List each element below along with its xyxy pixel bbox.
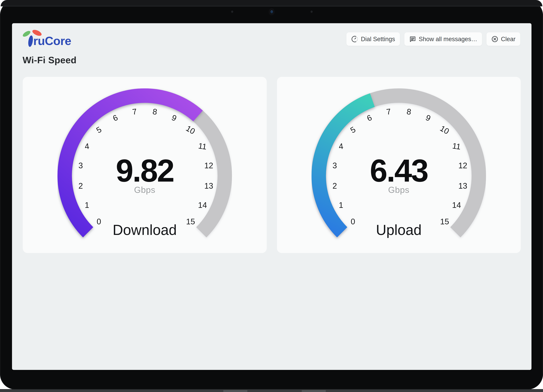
gauge-title-label: Upload bbox=[376, 222, 422, 238]
gauge-tick-label: 15 bbox=[186, 217, 195, 226]
message-icon bbox=[409, 35, 416, 43]
gauge-tick-label: 6 bbox=[111, 113, 119, 123]
upload-speed-gauge: 01234567891011121314156.43GbpsUpload bbox=[311, 88, 486, 246]
sensor-dot-left bbox=[231, 11, 233, 13]
gauge-value-text: 9.82 bbox=[116, 153, 174, 188]
clear-label: Clear bbox=[501, 36, 515, 43]
header-actions: Dial Settings Show all messages… Clear bbox=[346, 32, 520, 46]
gauge-tick-label: 2 bbox=[333, 182, 337, 190]
gauge-tick-label: 5 bbox=[95, 125, 103, 135]
gauge-tick-label: 7 bbox=[132, 107, 137, 116]
gauge-tick-label: 11 bbox=[452, 141, 461, 151]
gauge-tick-label: 11 bbox=[198, 141, 207, 151]
gauge-value-arc bbox=[319, 100, 372, 232]
gauge-tick-label: 8 bbox=[406, 107, 412, 116]
gauge-tick-label: 14 bbox=[198, 201, 207, 210]
show-all-messages-label: Show all messages… bbox=[419, 36, 477, 43]
upload-gauge-card: 01234567891011121314156.43GbpsUpload bbox=[277, 77, 521, 253]
gauge-tick-label: 4 bbox=[84, 142, 90, 151]
gauge-tick-label: 6 bbox=[365, 113, 373, 123]
show-all-messages-button[interactable]: Show all messages… bbox=[404, 32, 482, 46]
gauge-tick-label: 7 bbox=[386, 107, 391, 116]
gauge-unit-text: Gbps bbox=[388, 185, 409, 194]
front-camera bbox=[269, 8, 275, 15]
dial-settings-button[interactable]: Dial Settings bbox=[346, 32, 400, 46]
gauge-tick-label: 13 bbox=[458, 182, 467, 190]
gauge-tick-label: 12 bbox=[204, 161, 213, 170]
gauge-tick-label: 4 bbox=[338, 142, 344, 151]
gauge-unit-text: Gbps bbox=[134, 185, 155, 194]
device-top-edge bbox=[1, 0, 542, 6]
sensor-dot-right bbox=[311, 11, 313, 13]
camera-lens bbox=[271, 10, 273, 13]
trucore-logo: ruCore bbox=[21, 29, 78, 50]
close-circle-icon bbox=[491, 35, 498, 43]
page-title: Wi-Fi Speed bbox=[23, 55, 77, 65]
gauge-tick-label: 1 bbox=[85, 201, 89, 210]
tablet-device: ruCore Dial Settings bbox=[0, 0, 543, 389]
gauge-tick-label: 2 bbox=[79, 182, 83, 190]
gauge-tick-label: 3 bbox=[333, 161, 337, 170]
clear-button[interactable]: Clear bbox=[486, 32, 520, 46]
screenshot-stage: ruCore Dial Settings bbox=[0, 0, 543, 392]
dock-hinge-left bbox=[223, 390, 247, 392]
gauge-cards-row: 01234567891011121314159.82GbpsDownload 0… bbox=[23, 77, 521, 253]
gauge-tick-label: 5 bbox=[349, 125, 357, 135]
gauge-tick-label: 15 bbox=[440, 217, 449, 226]
gauge-title-label: Download bbox=[113, 222, 177, 238]
app-screen: ruCore Dial Settings bbox=[12, 23, 532, 370]
gauge-tick-label: 0 bbox=[351, 217, 355, 226]
dial-settings-label: Dial Settings bbox=[361, 36, 395, 43]
gauge-tick-label: 9 bbox=[424, 113, 432, 123]
gauge-tick-label: 13 bbox=[204, 182, 213, 190]
keyboard-dock-edge bbox=[0, 389, 543, 392]
gauge-tick-label: 10 bbox=[438, 124, 451, 136]
gauge-dial-icon bbox=[351, 35, 358, 43]
gauge-tick-label: 8 bbox=[152, 107, 158, 116]
gauge-tick-label: 1 bbox=[339, 201, 343, 210]
logo-stem bbox=[28, 35, 34, 47]
gauge-tick-label: 14 bbox=[452, 201, 461, 210]
logo-text: ruCore bbox=[33, 34, 71, 48]
download-speed-gauge: 01234567891011121314159.82GbpsDownload bbox=[57, 88, 232, 246]
download-gauge-card: 01234567891011121314159.82GbpsDownload bbox=[23, 77, 267, 253]
gauge-tick-label: 10 bbox=[184, 124, 197, 136]
dock-hinge-right bbox=[302, 390, 326, 392]
gauge-tick-label: 12 bbox=[458, 161, 467, 170]
gauge-tick-label: 9 bbox=[170, 113, 178, 123]
gauge-tick-label: 3 bbox=[79, 161, 83, 170]
gauge-tick-label: 0 bbox=[96, 217, 101, 226]
gauge-value-text: 6.43 bbox=[370, 153, 428, 188]
